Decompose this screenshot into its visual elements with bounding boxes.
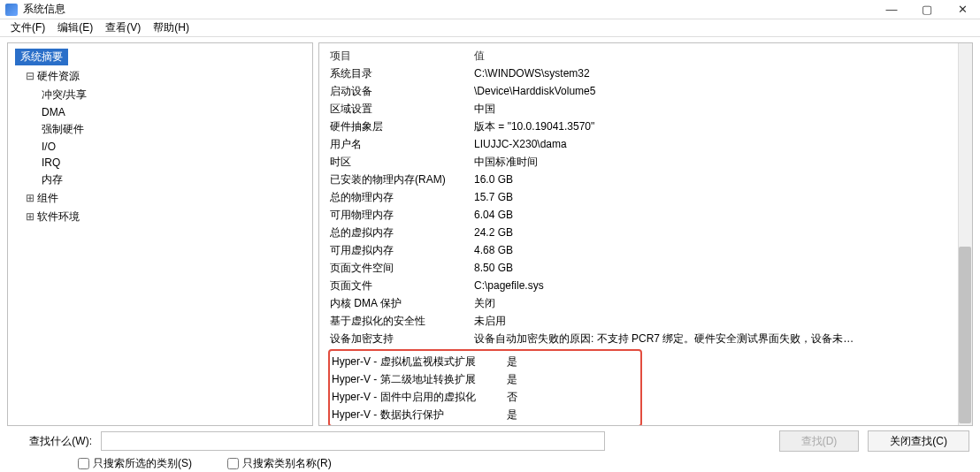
tree-root[interactable]: 系统摘要 xyxy=(10,47,310,67)
hyperv-row[interactable]: Hyper-V - 虚拟机监视模式扩展是 xyxy=(330,353,640,370)
col-header-key[interactable]: 项目 xyxy=(328,47,474,65)
detail-key: 硬件抽象层 xyxy=(328,118,474,135)
tree-software[interactable]: ⊞ 软件环境 xyxy=(10,208,310,226)
search-input[interactable] xyxy=(101,431,605,451)
detail-key: 可用虚拟内存 xyxy=(328,241,474,259)
scrollbar-thumb[interactable] xyxy=(959,247,971,423)
tree-components[interactable]: ⊞ 组件 xyxy=(10,189,310,208)
tree-software-label: 软件环境 xyxy=(37,210,80,223)
detail-value: 中国 xyxy=(474,100,958,118)
detail-row[interactable]: 内核 DMA 保护关闭 xyxy=(328,294,958,312)
detail-row[interactable]: 设备加密支持设备自动加密失败的原因: 不支持 PCR7 绑定。硬件安全测试界面失… xyxy=(328,330,958,347)
detail-value: 15.7 GB xyxy=(474,188,958,206)
tree-hw-item[interactable]: 冲突/共享 xyxy=(10,86,310,104)
detail-key: 基于虚拟化的安全性 xyxy=(328,312,474,330)
detail-value: 6.04 GB xyxy=(474,206,958,224)
tree-components-label: 组件 xyxy=(37,192,58,204)
detail-row[interactable]: 系统目录C:\WINDOWS\system32 xyxy=(328,65,958,82)
detail-row[interactable]: 总的物理内存15.7 GB xyxy=(328,188,958,206)
hyperv-key: Hyper-V - 第二级地址转换扩展 xyxy=(330,370,507,388)
collapse-icon[interactable]: ⊟ xyxy=(26,70,34,82)
menu-edit[interactable]: 编辑(E) xyxy=(52,19,98,37)
cb-selected-only-input[interactable] xyxy=(78,458,89,469)
hyperv-row[interactable]: Hyper-V - 第二级地址转换扩展是 xyxy=(330,370,640,388)
checkbox-row: 只搜索所选的类别(S) 只搜索类别名称(R) xyxy=(11,453,969,471)
hyperv-rows: Hyper-V - 虚拟机监视模式扩展是Hyper-V - 第二级地址转换扩展是… xyxy=(330,353,640,423)
detail-scroll: 项目 值 系统目录C:\WINDOWS\system32启动设备\Device\… xyxy=(319,43,958,425)
detail-key: 区域设置 xyxy=(328,100,474,118)
detail-row[interactable]: 用户名LIUJJC-X230\dama xyxy=(328,135,958,153)
detail-value: 16.0 GB xyxy=(474,171,958,188)
menubar: 文件(F) 编辑(E) 查看(V) 帮助(H) xyxy=(0,19,980,37)
hyperv-value: 是 xyxy=(507,406,640,423)
tree-hardware[interactable]: ⊟ 硬件资源 xyxy=(10,67,310,86)
detail-panel: 项目 值 系统目录C:\WINDOWS\system32启动设备\Device\… xyxy=(318,42,973,426)
menu-help[interactable]: 帮助(H) xyxy=(148,19,195,37)
detail-value: C:\pagefile.sys xyxy=(474,277,958,294)
detail-value: 未启用 xyxy=(474,312,958,330)
close-find-button[interactable]: 关闭查找(C) xyxy=(868,430,969,452)
detail-row[interactable]: 启动设备\Device\HarddiskVolume5 xyxy=(328,82,958,100)
hyperv-value: 是 xyxy=(507,370,640,388)
menu-file[interactable]: 文件(F) xyxy=(5,19,50,37)
cb-selected-only-label: 只搜索所选的类别(S) xyxy=(93,456,192,471)
detail-key: 已安装的物理内存(RAM) xyxy=(328,171,474,188)
find-button[interactable]: 查找(D) xyxy=(779,430,860,452)
detail-key: 页面文件空间 xyxy=(328,259,474,277)
tree-hw-item[interactable]: IRQ xyxy=(10,155,310,171)
detail-key: 总的物理内存 xyxy=(328,188,474,206)
scrollbar-track[interactable] xyxy=(958,43,972,425)
cb-selected-only[interactable]: 只搜索所选的类别(S) xyxy=(78,456,192,471)
detail-row[interactable]: 时区中国标准时间 xyxy=(328,153,958,171)
tree-hw-item[interactable]: 内存 xyxy=(10,171,310,189)
hyperv-key: Hyper-V - 虚拟机监视模式扩展 xyxy=(330,353,507,370)
detail-key: 总的虚拟内存 xyxy=(328,224,474,241)
expand-icon[interactable]: ⊞ xyxy=(26,210,34,223)
hyperv-row[interactable]: Hyper-V - 固件中启用的虚拟化否 xyxy=(330,388,640,406)
close-button[interactable]: ✕ xyxy=(945,0,980,19)
detail-key: 时区 xyxy=(328,153,474,171)
detail-header-row: 项目 值 xyxy=(328,47,958,65)
cb-names-only-input[interactable] xyxy=(227,458,239,469)
hyperv-key: Hyper-V - 固件中启用的虚拟化 xyxy=(330,388,507,406)
detail-row[interactable]: 可用虚拟内存4.68 GB xyxy=(328,241,958,259)
menu-view[interactable]: 查看(V) xyxy=(100,19,146,37)
detail-value: 版本 = "10.0.19041.3570" xyxy=(474,118,958,135)
tree-panel[interactable]: 系统摘要 ⊟ 硬件资源 冲突/共享 DMA 强制硬件 I/O IRQ 内存 ⊞ … xyxy=(7,42,313,426)
search-label: 查找什么(W): xyxy=(11,434,92,449)
minimize-button[interactable]: — xyxy=(874,0,909,19)
detail-value: 4.68 GB xyxy=(474,241,958,259)
tree-hw-item[interactable]: I/O xyxy=(10,139,310,155)
detail-row[interactable]: 硬件抽象层版本 = "10.0.19041.3570" xyxy=(328,118,958,135)
detail-row[interactable]: 总的虚拟内存24.2 GB xyxy=(328,224,958,241)
maximize-button[interactable]: ▢ xyxy=(909,0,945,19)
detail-row[interactable]: 页面文件C:\pagefile.sys xyxy=(328,277,958,294)
main-content: 系统摘要 ⊟ 硬件资源 冲突/共享 DMA 强制硬件 I/O IRQ 内存 ⊞ … xyxy=(0,37,980,426)
hyperv-key: Hyper-V - 数据执行保护 xyxy=(330,406,507,423)
detail-row[interactable]: 已安装的物理内存(RAM)16.0 GB xyxy=(328,171,958,188)
detail-rows: 系统目录C:\WINDOWS\system32启动设备\Device\Hardd… xyxy=(328,65,958,347)
hyperv-highlight: Hyper-V - 虚拟机监视模式扩展是Hyper-V - 第二级地址转换扩展是… xyxy=(328,349,642,425)
detail-row[interactable]: 区域设置中国 xyxy=(328,100,958,118)
titlebar-left: 系统信息 xyxy=(5,2,65,17)
col-header-value[interactable]: 值 xyxy=(474,47,958,65)
expand-icon[interactable]: ⊞ xyxy=(26,192,34,204)
detail-key: 设备加密支持 xyxy=(328,330,474,347)
detail-key: 可用物理内存 xyxy=(328,206,474,224)
detail-value: 中国标准时间 xyxy=(474,153,958,171)
hyperv-value: 否 xyxy=(507,388,640,406)
detail-value: 24.2 GB xyxy=(474,224,958,241)
hyperv-value: 是 xyxy=(507,353,640,370)
detail-row[interactable]: 可用物理内存6.04 GB xyxy=(328,206,958,224)
detail-value: 设备自动加密失败的原因: 不支持 PCR7 绑定。硬件安全测试界面失败，设备未… xyxy=(474,330,958,347)
tree-hw-item[interactable]: 强制硬件 xyxy=(10,120,310,139)
detail-row[interactable]: 基于虚拟化的安全性未启用 xyxy=(328,312,958,330)
hyperv-row[interactable]: Hyper-V - 数据执行保护是 xyxy=(330,406,640,423)
detail-key: 页面文件 xyxy=(328,277,474,294)
cb-names-only[interactable]: 只搜索类别名称(R) xyxy=(227,456,332,471)
detail-row[interactable]: 页面文件空间8.50 GB xyxy=(328,259,958,277)
tree-hw-item[interactable]: DMA xyxy=(10,104,310,120)
cb-names-only-label: 只搜索类别名称(R) xyxy=(242,456,332,471)
detail-key: 内核 DMA 保护 xyxy=(328,294,474,312)
app-icon xyxy=(5,4,18,16)
